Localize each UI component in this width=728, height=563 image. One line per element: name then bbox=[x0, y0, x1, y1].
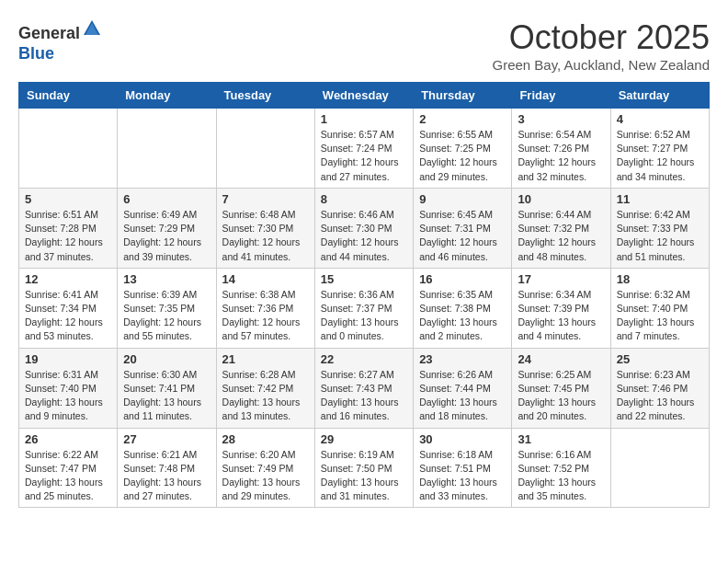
day-info: Sunrise: 6:22 AM Sunset: 7:47 PM Dayligh… bbox=[25, 448, 111, 504]
table-row: 2Sunrise: 6:55 AM Sunset: 7:25 PM Daylig… bbox=[414, 109, 512, 189]
table-row: 21Sunrise: 6:28 AM Sunset: 7:42 PM Dayli… bbox=[216, 348, 314, 428]
title-block: October 2025 Green Bay, Auckland, New Ze… bbox=[492, 18, 710, 73]
day-number: 15 bbox=[321, 272, 407, 286]
day-info: Sunrise: 6:36 AM Sunset: 7:37 PM Dayligh… bbox=[321, 288, 407, 344]
table-row bbox=[118, 109, 216, 189]
calendar-week-row: 19Sunrise: 6:31 AM Sunset: 7:40 PM Dayli… bbox=[19, 348, 710, 428]
day-info: Sunrise: 6:38 AM Sunset: 7:36 PM Dayligh… bbox=[222, 288, 309, 344]
day-number: 22 bbox=[321, 352, 407, 366]
day-number: 18 bbox=[617, 272, 703, 286]
table-row: 26Sunrise: 6:22 AM Sunset: 7:47 PM Dayli… bbox=[19, 428, 118, 508]
day-info: Sunrise: 6:44 AM Sunset: 7:32 PM Dayligh… bbox=[518, 208, 604, 264]
table-row bbox=[19, 109, 118, 189]
day-number: 8 bbox=[321, 192, 407, 206]
table-row: 3Sunrise: 6:54 AM Sunset: 7:26 PM Daylig… bbox=[512, 109, 610, 189]
day-info: Sunrise: 6:52 AM Sunset: 7:27 PM Dayligh… bbox=[617, 128, 703, 184]
day-number: 21 bbox=[222, 352, 309, 366]
location-subtitle: Green Bay, Auckland, New Zealand bbox=[492, 57, 710, 73]
table-row: 10Sunrise: 6:44 AM Sunset: 7:32 PM Dayli… bbox=[512, 188, 610, 268]
day-info: Sunrise: 6:32 AM Sunset: 7:40 PM Dayligh… bbox=[617, 288, 703, 344]
logo-blue-text: Blue bbox=[18, 44, 102, 64]
calendar-week-row: 1Sunrise: 6:57 AM Sunset: 7:24 PM Daylig… bbox=[19, 109, 710, 189]
table-row: 24Sunrise: 6:25 AM Sunset: 7:45 PM Dayli… bbox=[512, 348, 610, 428]
table-row: 20Sunrise: 6:30 AM Sunset: 7:41 PM Dayli… bbox=[118, 348, 216, 428]
day-number: 14 bbox=[222, 272, 309, 286]
page-header: General Blue October 2025 Green Bay, Auc… bbox=[18, 18, 710, 73]
table-row: 17Sunrise: 6:34 AM Sunset: 7:39 PM Dayli… bbox=[512, 268, 610, 348]
day-info: Sunrise: 6:57 AM Sunset: 7:24 PM Dayligh… bbox=[321, 128, 407, 184]
header-friday: Friday bbox=[512, 83, 610, 109]
day-number: 26 bbox=[25, 432, 111, 446]
header-tuesday: Tuesday bbox=[216, 83, 314, 109]
day-number: 17 bbox=[518, 272, 604, 286]
day-number: 1 bbox=[321, 112, 407, 126]
logo-general: General bbox=[18, 24, 80, 42]
day-number: 4 bbox=[617, 112, 703, 126]
day-number: 23 bbox=[419, 352, 506, 366]
day-number: 11 bbox=[617, 192, 703, 206]
table-row: 8Sunrise: 6:46 AM Sunset: 7:30 PM Daylig… bbox=[314, 188, 413, 268]
calendar-week-row: 26Sunrise: 6:22 AM Sunset: 7:47 PM Dayli… bbox=[19, 428, 710, 508]
calendar-week-row: 12Sunrise: 6:41 AM Sunset: 7:34 PM Dayli… bbox=[19, 268, 710, 348]
day-info: Sunrise: 6:41 AM Sunset: 7:34 PM Dayligh… bbox=[25, 288, 111, 344]
day-info: Sunrise: 6:46 AM Sunset: 7:30 PM Dayligh… bbox=[321, 208, 407, 264]
day-info: Sunrise: 6:42 AM Sunset: 7:33 PM Dayligh… bbox=[617, 208, 703, 264]
table-row: 7Sunrise: 6:48 AM Sunset: 7:30 PM Daylig… bbox=[216, 188, 314, 268]
day-info: Sunrise: 6:30 AM Sunset: 7:41 PM Dayligh… bbox=[123, 368, 210, 424]
day-info: Sunrise: 6:51 AM Sunset: 7:28 PM Dayligh… bbox=[25, 208, 111, 264]
day-info: Sunrise: 6:31 AM Sunset: 7:40 PM Dayligh… bbox=[25, 368, 111, 424]
header-wednesday: Wednesday bbox=[314, 83, 413, 109]
month-title: October 2025 bbox=[492, 18, 710, 57]
table-row: 27Sunrise: 6:21 AM Sunset: 7:48 PM Dayli… bbox=[118, 428, 216, 508]
table-row: 28Sunrise: 6:20 AM Sunset: 7:49 PM Dayli… bbox=[216, 428, 314, 508]
table-row: 16Sunrise: 6:35 AM Sunset: 7:38 PM Dayli… bbox=[414, 268, 512, 348]
day-info: Sunrise: 6:45 AM Sunset: 7:31 PM Dayligh… bbox=[419, 208, 506, 264]
day-number: 28 bbox=[222, 432, 309, 446]
day-info: Sunrise: 6:55 AM Sunset: 7:25 PM Dayligh… bbox=[419, 128, 506, 184]
day-number: 24 bbox=[518, 352, 604, 366]
calendar-table: Sunday Monday Tuesday Wednesday Thursday… bbox=[18, 82, 710, 508]
day-info: Sunrise: 6:26 AM Sunset: 7:44 PM Dayligh… bbox=[419, 368, 506, 424]
table-row: 31Sunrise: 6:16 AM Sunset: 7:52 PM Dayli… bbox=[512, 428, 610, 508]
day-info: Sunrise: 6:21 AM Sunset: 7:48 PM Dayligh… bbox=[123, 448, 210, 504]
calendar-header-row: Sunday Monday Tuesday Wednesday Thursday… bbox=[19, 83, 710, 109]
day-number: 5 bbox=[25, 192, 111, 206]
table-row: 23Sunrise: 6:26 AM Sunset: 7:44 PM Dayli… bbox=[414, 348, 512, 428]
header-thursday: Thursday bbox=[414, 83, 512, 109]
logo-icon bbox=[82, 18, 102, 39]
day-info: Sunrise: 6:35 AM Sunset: 7:38 PM Dayligh… bbox=[419, 288, 506, 344]
day-info: Sunrise: 6:25 AM Sunset: 7:45 PM Dayligh… bbox=[518, 368, 604, 424]
day-info: Sunrise: 6:27 AM Sunset: 7:43 PM Dayligh… bbox=[321, 368, 407, 424]
day-number: 10 bbox=[518, 192, 604, 206]
table-row: 13Sunrise: 6:39 AM Sunset: 7:35 PM Dayli… bbox=[118, 268, 216, 348]
table-row: 22Sunrise: 6:27 AM Sunset: 7:43 PM Dayli… bbox=[314, 348, 413, 428]
table-row: 25Sunrise: 6:23 AM Sunset: 7:46 PM Dayli… bbox=[610, 348, 709, 428]
header-saturday: Saturday bbox=[610, 83, 709, 109]
day-number: 2 bbox=[419, 112, 506, 126]
table-row: 1Sunrise: 6:57 AM Sunset: 7:24 PM Daylig… bbox=[314, 109, 413, 189]
day-number: 9 bbox=[419, 192, 506, 206]
table-row: 19Sunrise: 6:31 AM Sunset: 7:40 PM Dayli… bbox=[19, 348, 118, 428]
table-row: 5Sunrise: 6:51 AM Sunset: 7:28 PM Daylig… bbox=[19, 188, 118, 268]
day-info: Sunrise: 6:18 AM Sunset: 7:51 PM Dayligh… bbox=[419, 448, 506, 504]
day-info: Sunrise: 6:54 AM Sunset: 7:26 PM Dayligh… bbox=[518, 128, 604, 184]
day-number: 13 bbox=[123, 272, 210, 286]
table-row bbox=[216, 109, 314, 189]
table-row: 29Sunrise: 6:19 AM Sunset: 7:50 PM Dayli… bbox=[314, 428, 413, 508]
day-number: 25 bbox=[617, 352, 703, 366]
table-row: 4Sunrise: 6:52 AM Sunset: 7:27 PM Daylig… bbox=[610, 109, 709, 189]
table-row: 12Sunrise: 6:41 AM Sunset: 7:34 PM Dayli… bbox=[19, 268, 118, 348]
table-row: 18Sunrise: 6:32 AM Sunset: 7:40 PM Dayli… bbox=[610, 268, 709, 348]
day-number: 30 bbox=[419, 432, 506, 446]
table-row: 11Sunrise: 6:42 AM Sunset: 7:33 PM Dayli… bbox=[610, 188, 709, 268]
day-number: 31 bbox=[518, 432, 604, 446]
table-row: 6Sunrise: 6:49 AM Sunset: 7:29 PM Daylig… bbox=[118, 188, 216, 268]
day-info: Sunrise: 6:23 AM Sunset: 7:46 PM Dayligh… bbox=[617, 368, 703, 424]
day-number: 19 bbox=[25, 352, 111, 366]
day-info: Sunrise: 6:49 AM Sunset: 7:29 PM Dayligh… bbox=[123, 208, 210, 264]
table-row: 15Sunrise: 6:36 AM Sunset: 7:37 PM Dayli… bbox=[314, 268, 413, 348]
day-number: 6 bbox=[123, 192, 210, 206]
day-info: Sunrise: 6:28 AM Sunset: 7:42 PM Dayligh… bbox=[222, 368, 309, 424]
logo-text: General bbox=[18, 18, 102, 44]
day-info: Sunrise: 6:16 AM Sunset: 7:52 PM Dayligh… bbox=[518, 448, 604, 504]
